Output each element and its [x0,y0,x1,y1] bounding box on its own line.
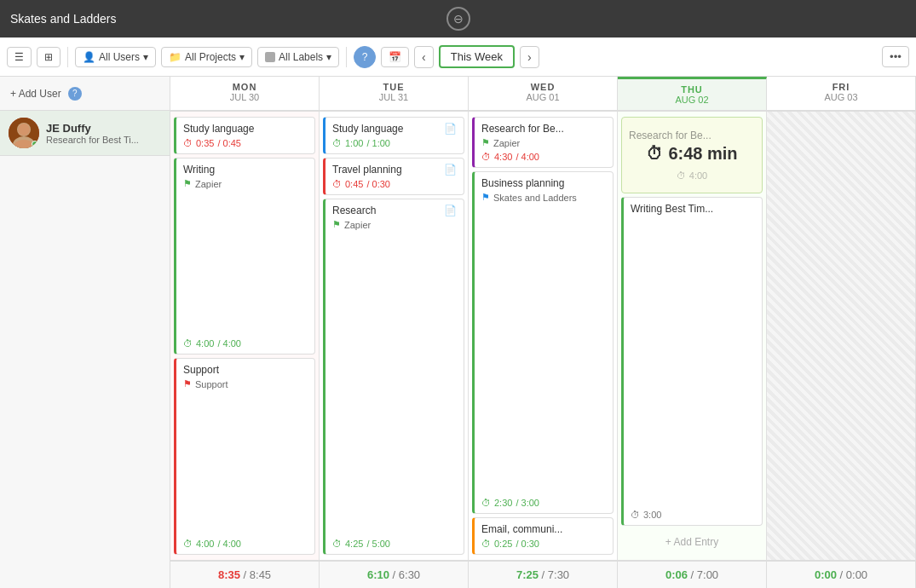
all-projects-dropdown[interactable]: 📁 All Projects ▾ [161,47,252,67]
user-row[interactable]: JE Duffy Research for Best Ti... [0,111,170,156]
menu-icon: ☰ [14,51,24,63]
task-time: ⏱ 4:00 / 4:00 [183,539,308,549]
task-title: Research for Be... [481,123,606,135]
task-card[interactable]: Email, communi... ⏱ 0:25 / 0:30 [472,517,614,555]
time-value: 4:25 [345,539,363,549]
help-button[interactable]: ? [354,46,376,68]
clock-icon: ⏱ [332,179,342,189]
sidebar-help-icon[interactable]: ? [68,87,82,101]
doc-icon: 📄 [444,205,457,216]
next-week-button[interactable]: › [520,46,539,68]
footer-main-wed: 7:25 [516,568,539,581]
footer-main-fri: 0:00 [815,568,837,581]
clock-icon: ⏱ [481,152,491,162]
task-time: ⏱ 4:25 / 5:00 [332,539,457,549]
clock-icon-large: ⏱ [646,144,663,164]
task-time: ⏱ 3:00 [631,510,755,520]
task-card[interactable]: Support ⚑ Support ⏱ 4:00 / 4:00 [174,358,315,555]
task-time: ⏱ 0:35 / 0:45 [183,138,308,148]
clock-icon: ⏱ [481,539,491,549]
task-title: Research 📄 [332,205,457,216]
task-time: ⏱ 2:30 / 3:00 [481,498,606,508]
task-project: ⚑ Skates and Ladders [481,192,606,203]
task-title: Email, communi... [481,523,606,535]
time-separator: / 4:00 [217,539,241,549]
time-value: 4:00 [196,539,214,549]
task-card[interactable]: Study language 📄 ⏱ 1:00 / 1:00 [323,117,464,154]
task-time: ⏱ 0:25 / 0:30 [481,539,606,549]
footer-total-mon: / 8:45 [244,568,272,581]
time-value: 0:35 [196,138,214,148]
footer-total-wed: / 7:30 [542,568,570,581]
project-name: Zapier [493,138,520,148]
footer-fri: 0:00 / 0:00 [767,562,916,588]
all-users-dropdown[interactable]: 👤 All Users ▾ [75,47,156,67]
project-flag-icon: ⚑ [183,178,192,189]
folder-icon: 📁 [169,51,181,63]
project-name: Zapier [344,220,371,230]
task-card[interactable]: Business planning ⚑ Skates and Ladders ⏱… [472,171,614,514]
user-info: JE Duffy Research for Best Ti... [46,122,161,145]
separator-1 [67,47,68,67]
day-name-tue: TUE [323,82,464,92]
project-name: Zapier [195,179,222,189]
time-separator: / 3:00 [516,498,539,508]
prev-week-button[interactable]: ‹ [414,46,434,68]
all-users-label: All Users [99,51,140,63]
task-card[interactable]: Research for Be... ⚑ Zapier ⏱ 4:30 / 4:0… [472,117,614,168]
footer-main-thu: 0:06 [665,568,688,581]
col-fri [767,112,916,560]
task-time: ⏱ 0:45 / 0:30 [332,179,457,189]
main-area: + Add User ? JE Duffy Research for Best … [0,77,916,588]
day-header-mon: MON JUL 30 [170,77,320,110]
chevron-down-icon: ▾ [143,51,148,63]
day-name-wed: WED [472,82,614,92]
task-project: ⚑ Support [183,378,308,389]
clock-icon: ⏱ [183,539,193,549]
project-name: Skates and Ladders [493,193,577,203]
day-date-thu: AUG 02 [621,95,763,105]
calendar-footer: 8:35 / 8:45 6:10 / 6:30 7:25 / 7:30 0:06… [170,560,916,588]
separator-2 [346,47,347,67]
task-time: ⏱ 1:00 / 1:00 [332,138,457,148]
add-entry-button[interactable]: + Add Entry [621,529,763,555]
task-card[interactable]: Travel planning 📄 ⏱ 0:45 / 0:30 [323,158,464,195]
col-tue: Study language 📄 ⏱ 1:00 / 1:00 Travel pl… [320,112,469,560]
grid-button[interactable]: ⊞ [37,47,60,67]
task-title: Writing [183,164,308,176]
task-title: Business planning [481,177,606,189]
timer-running-display: ⏱ 6:48 min [629,144,755,164]
time-separator: / 4:00 [516,152,539,162]
project-flag-icon: ⚑ [332,219,341,230]
this-week-button[interactable]: This Week [439,45,515,68]
task-title-text: Research [332,205,376,216]
day-header-wed: WED AUG 01 [469,77,618,110]
menu-button[interactable]: ☰ [7,47,32,67]
clock-icon: ⏱ [183,138,193,148]
time-value: 4:00 [689,170,707,181]
clock-icon: ⏱ [481,498,491,508]
task-card-timer[interactable]: Research for Be... ⏱ 6:48 min ⏱ 4:00 [621,117,763,193]
day-date-fri: AUG 03 [770,92,912,102]
time-separator: / 0:30 [366,179,390,189]
footer-thu: 0:06 / 7:00 [618,562,767,588]
task-card[interactable]: Writing ⚑ Zapier ⏱ 4:00 / 4:00 [174,158,315,355]
task-card[interactable]: Study language ⏱ 0:35 / 0:45 [174,117,315,154]
label-dot-icon [265,52,275,62]
time-separator: / 0:30 [516,539,539,549]
footer-tue: 6:10 / 6:30 [320,562,469,588]
clock-icon: ⏱ [183,338,193,349]
project-flag-icon: ⚑ [481,137,490,148]
col-wed: Research for Be... ⚑ Zapier ⏱ 4:30 / 4:0… [469,112,618,560]
task-card[interactable]: Research 📄 ⚑ Zapier ⏱ 4:25 / 5:00 [323,199,464,555]
user-current-task: Research for Best Ti... [46,135,161,145]
day-header-fri: FRI AUG 03 [767,77,916,110]
time-separator: / 5:00 [366,539,390,549]
all-labels-dropdown[interactable]: All Labels ▾ [257,47,339,67]
day-name-thu: THU [621,84,763,95]
calendar-button[interactable]: 📅 [381,47,409,67]
task-card[interactable]: Writing Best Tim... ⏱ 3:00 [621,197,763,526]
more-options-button[interactable]: ••• [882,46,909,67]
task-time: ⏱ 4:00 / 4:00 [183,338,308,349]
add-user-button[interactable]: + Add User [10,88,61,100]
